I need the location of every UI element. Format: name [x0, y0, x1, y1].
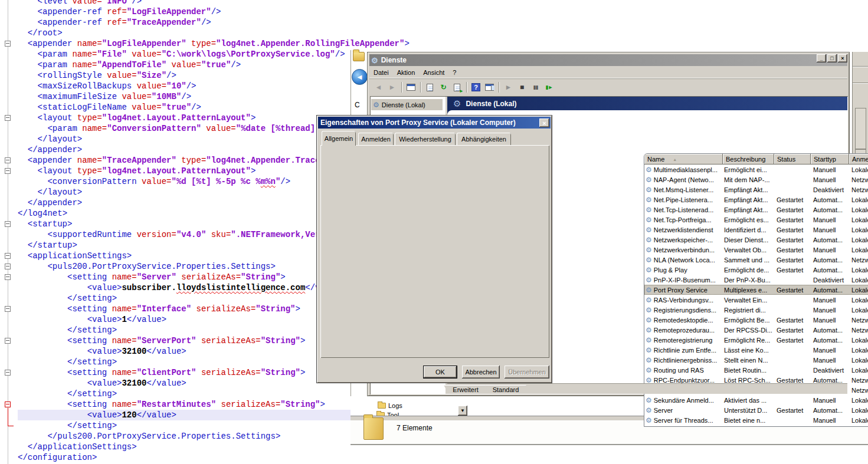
dropdown-button[interactable]: ▼ — [458, 406, 467, 416]
restart-service-icon[interactable]: ▮► — [542, 81, 556, 93]
service-row[interactable]: ⚙NAP-Agent (Netwo...Mit dem NAP-...Manue… — [644, 175, 868, 185]
service-row[interactable]: ⚙RAS-Verbindungsv...Verwaltet Ein...Manu… — [644, 295, 868, 305]
service-row[interactable]: ⚙NLA (Network Loca...Sammelt und ...Gest… — [644, 255, 868, 265]
start-service-icon[interactable]: ► — [502, 81, 515, 93]
fold-marker-active[interactable] — [5, 402, 11, 407]
service-row[interactable]: ⚙Sekundäre Anmeld...Aktiviert das ...Man… — [644, 395, 868, 405]
service-starttyp: Deaktiviert — [811, 277, 849, 284]
service-starttyp: Manuell — [811, 357, 849, 364]
service-name: Netzwerkverbindun... — [654, 246, 715, 254]
service-starttyp: Deaktiviert — [811, 186, 849, 193]
close-button[interactable]: × — [838, 54, 847, 62]
service-starttyp: Manuell — [811, 347, 849, 354]
column-header-anmelden-als[interactable]: Anmelden als — [849, 154, 868, 164]
tab-allgemein[interactable]: Allgemein — [322, 131, 356, 146]
code-line[interactable]: <appender-ref ref="TraceAppender"/> — [18, 17, 868, 28]
service-starttyp: Manuell — [811, 166, 849, 173]
service-row[interactable]: ⚙Net.Tcp-Listenerad...Empfängt Akt...Ges… — [644, 205, 868, 215]
fold-marker[interactable] — [5, 41, 11, 47]
tab-anmelden[interactable]: Anmelden — [358, 133, 394, 145]
service-status: Gestartet — [774, 407, 811, 414]
dialog-close-button[interactable]: × — [539, 119, 549, 127]
export-list-icon[interactable] — [450, 81, 464, 93]
column-header-status[interactable]: Status — [774, 154, 811, 164]
explorer-text-fragment: C — [355, 101, 360, 109]
service-row[interactable]: ⚙Net.Tcp-Portfreiga...Ermöglicht es...Ge… — [644, 215, 868, 225]
code-line[interactable]: <appender-ref ref="LogFileAppender"/> — [18, 6, 868, 17]
fold-marker[interactable] — [5, 264, 11, 269]
service-gear-icon: ⚙ — [646, 346, 652, 354]
code-line[interactable]: </root> — [18, 28, 868, 38]
fold-marker[interactable] — [5, 370, 11, 376]
properties-dialog: Eigenschaften von Port Proxy Service (Lo… — [316, 115, 552, 383]
menu-aktion[interactable]: Aktion — [393, 68, 420, 77]
menu-datei[interactable]: Datei — [369, 68, 393, 77]
service-row[interactable]: ⚙Net.Msmq-Listener...Empfängt Akt...Deak… — [644, 185, 868, 195]
ok-button[interactable]: OK — [423, 366, 457, 379]
tab-standard[interactable]: Standard — [485, 385, 526, 394]
code-line[interactable]: </configuration> — [18, 452, 868, 463]
service-row[interactable]: ⚙ServerUnterstützt D...GestartetAutomat.… — [644, 405, 868, 415]
uebernehmen-button[interactable]: Übernehmen — [505, 366, 549, 379]
pause-service-icon[interactable]: ▮▮ — [529, 81, 542, 93]
abbrechen-button[interactable]: Abbrechen — [462, 366, 500, 379]
service-row[interactable]: ⚙Richtlinienergebniss...Stellt einen N..… — [644, 355, 868, 365]
stop-service-icon[interactable]: ■ — [515, 81, 529, 93]
tab-abhaengigkeiten[interactable]: Abhängigkeiten — [457, 133, 511, 145]
service-row[interactable]: ⚙Plug & PlayErmöglicht de...GestartetAut… — [644, 265, 868, 275]
column-header-name[interactable]: Name▲ — [644, 154, 723, 164]
back-icon[interactable]: ◄ — [372, 81, 385, 93]
service-gear-icon: ⚙ — [646, 256, 652, 264]
explorer-item[interactable]: Logs — [388, 402, 402, 409]
service-row[interactable]: ⚙Richtlinie zum Entfe...Lässt eine Ko...… — [644, 345, 868, 355]
show-console-tree-icon[interactable] — [404, 81, 418, 93]
service-name: Richtlinie zum Entfe... — [654, 347, 716, 354]
service-logon: Lokaler Dienst — [849, 337, 868, 344]
column-header-starttyp[interactable]: Starttyp — [811, 154, 849, 164]
service-row[interactable]: ⚙Remoteprozedurau...Der RPCSS-Di...Gesta… — [644, 325, 868, 335]
tab-wiederherstellung[interactable]: Wiederherstellung — [395, 133, 456, 145]
code-line[interactable]: <appender name="LogFileAppender" type="l… — [18, 38, 868, 49]
service-row[interactable]: ⚙RemoteregistrierungErmöglicht Re...Gest… — [644, 335, 868, 345]
service-row[interactable]: ⚙Netzwerkspeicher-...Dieser Dienst...Ges… — [644, 235, 868, 245]
tree-item-dienste-lokal[interactable]: ⚙ Dienste (Lokal) — [371, 99, 443, 110]
dialog-titlebar[interactable]: Eigenschaften von Port Proxy Service (Lo… — [318, 117, 551, 129]
fold-marker[interactable] — [5, 168, 11, 174]
service-row[interactable]: ⚙Multimediaklassenpl...Ermöglicht ei...M… — [644, 164, 868, 175]
service-row[interactable]: ⚙Net.Pipe-Listenera...Empfängt Akt...Ges… — [644, 195, 868, 205]
service-row-selected[interactable]: ⚙Port Proxy ServiceMultiplexes e...Gesta… — [644, 285, 868, 295]
back-button[interactable]: ◄ — [352, 69, 368, 85]
fold-marker[interactable] — [5, 157, 11, 163]
service-row[interactable]: ⚙Server für Threads...Bietet eine n...Ma… — [644, 415, 868, 425]
extended-view-icon[interactable] — [483, 81, 496, 93]
service-description: Ermöglicht es... — [723, 216, 774, 223]
service-row[interactable]: ⚙PnP-X-IP-Busenum...Der PnP-X-Bu...Deakt… — [644, 275, 868, 285]
fold-marker[interactable] — [5, 115, 11, 121]
tab-erweitert[interactable]: Erweitert — [444, 385, 487, 394]
service-row[interactable]: ⚙NetzwerklistendienstIdentifiziert d...G… — [644, 225, 868, 235]
services-window-titlebar[interactable]: ⚙ Dienste — [369, 54, 847, 66]
refresh-icon[interactable]: ↻ — [437, 81, 450, 93]
fold-marker[interactable] — [5, 253, 11, 259]
menu-help[interactable]: ? — [448, 68, 460, 77]
service-row[interactable]: ⚙Netzwerkverbindun...Verwaltet Ob...Gest… — [644, 245, 868, 255]
fold-marker[interactable] — [5, 221, 11, 227]
service-description: Empfängt Akt... — [723, 186, 774, 193]
maximize-button[interactable]: □ — [827, 54, 837, 62]
column-header-beschreibung[interactable]: Beschreibung — [723, 154, 774, 164]
toolbar-separator — [399, 82, 404, 93]
fold-marker[interactable] — [5, 306, 11, 312]
service-row[interactable]: ⚙Remotedesktopdie...Ermöglicht Be...Gest… — [644, 315, 868, 325]
service-starttyp: Manuell — [811, 216, 849, 223]
forward-icon[interactable]: ► — [385, 81, 399, 93]
list-view-icon[interactable] — [423, 81, 437, 93]
menu-ansicht[interactable]: Ansicht — [419, 68, 448, 77]
service-row[interactable]: ⚙Routing und RASBietet Routin...Deaktivi… — [644, 365, 868, 375]
service-logon: Lokales System — [849, 166, 868, 173]
fold-marker[interactable] — [5, 274, 11, 280]
code-line[interactable]: <level value="INFO"/> — [18, 0, 868, 6]
fold-marker[interactable] — [5, 338, 11, 344]
help-icon[interactable]: ? — [469, 81, 483, 93]
service-row[interactable]: ⚙Registrierungsdiens...Registriert di...… — [644, 305, 868, 315]
minimize-button[interactable]: _ — [817, 54, 826, 62]
